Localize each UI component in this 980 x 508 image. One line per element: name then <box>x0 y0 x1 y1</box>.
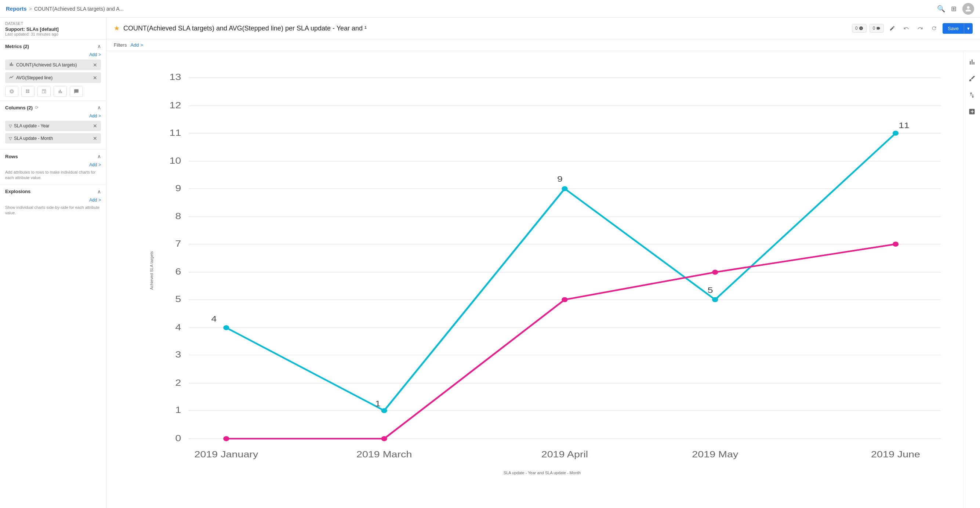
trend-icon <box>9 75 14 81</box>
breadcrumb-separator: > <box>29 6 32 12</box>
svg-point-41 <box>712 270 718 275</box>
columns-add-link[interactable]: Add > <box>5 113 101 119</box>
columns-toggle[interactable]: ∧ <box>97 105 101 110</box>
save-button[interactable]: Save <box>943 23 964 34</box>
save-group: Save ▾ <box>943 23 973 34</box>
metric-chip-avg[interactable]: AVG(Stepped line) ✕ <box>5 72 101 83</box>
svg-text:2019 June: 2019 June <box>871 449 920 459</box>
brush-icon[interactable] <box>968 75 975 84</box>
metrics-add-link[interactable]: Add > <box>5 52 101 57</box>
metrics-header: Metrics (2) ∧ <box>5 43 101 49</box>
explosions-toggle[interactable]: ∧ <box>97 189 101 194</box>
grid-icon[interactable]: ⊞ <box>951 5 956 13</box>
filter-icon-month: ▽ <box>9 136 12 141</box>
reports-link[interactable]: Reports <box>6 5 27 12</box>
rows-section: Rows ∧ Add > Add attributes to rows to m… <box>0 150 106 185</box>
breadcrumb: Reports > COUNT(Achieved SLA targets) an… <box>6 5 124 12</box>
table-icon-btn[interactable] <box>21 86 35 97</box>
refresh-icon-btn[interactable] <box>929 23 940 34</box>
column-year-remove[interactable]: ✕ <box>93 123 97 129</box>
svg-point-31 <box>712 297 718 303</box>
columns-section: Columns (2) ⟳ ∧ Add > ▽ SLA update - Yea… <box>0 101 106 150</box>
search-icon[interactable]: 🔍 <box>937 5 945 13</box>
chart-type-icon[interactable] <box>968 58 975 67</box>
metric-chip-count[interactable]: COUNT(Achieved SLA targets) ✕ <box>5 59 101 70</box>
svg-text:9: 9 <box>557 174 563 183</box>
svg-text:12: 12 <box>170 100 181 110</box>
rows-title: Rows <box>5 154 18 159</box>
column-chip-year[interactable]: ▽ SLA update - Year ✕ <box>5 121 101 131</box>
svg-text:1: 1 <box>375 399 380 408</box>
wave-icon-btn[interactable] <box>37 86 51 97</box>
columns-title: Columns (2) <box>5 105 33 110</box>
x-axis-label: SLA update - Year and SLA update - Month <box>504 471 581 475</box>
explosions-add-link[interactable]: Add > <box>5 197 101 202</box>
svg-point-29 <box>381 408 387 413</box>
metric-count-label: COUNT(Achieved SLA targets) <box>16 62 77 67</box>
svg-text:2019 May: 2019 May <box>692 449 738 459</box>
report-title: COUNT(Achieved SLA targets) and AVG(Step… <box>123 25 367 32</box>
column-month-remove[interactable]: ✕ <box>93 135 97 141</box>
svg-text:10: 10 <box>170 156 181 166</box>
dataset-section: Dataset Support: SLAs [default] Last upd… <box>0 18 106 40</box>
chat-icon-btn[interactable] <box>70 86 83 97</box>
count-badge-1[interactable]: 0 <box>852 24 867 33</box>
svg-text:5: 5 <box>175 294 181 304</box>
metric-chip-avg-label: AVG(Stepped line) <box>9 75 52 81</box>
calculator-icon[interactable] <box>968 108 975 117</box>
chart-container: Achieved SLA targets .grid-line { stroke… <box>129 58 956 482</box>
metrics-toggle[interactable]: ∧ <box>97 43 101 49</box>
rows-toggle[interactable]: ∧ <box>97 153 101 159</box>
column-month-label: ▽ SLA update - Month <box>9 136 53 141</box>
rows-add-link[interactable]: Add > <box>5 162 101 167</box>
top-nav-actions: 🔍 ⊞ <box>937 3 974 15</box>
filters-add-link[interactable]: Add > <box>130 42 143 48</box>
main-content: ★ COUNT(Achieved SLA targets) and AVG(St… <box>107 18 980 508</box>
columns-header: Columns (2) ⟳ ∧ <box>5 105 101 110</box>
metric-count-remove[interactable]: ✕ <box>93 62 97 68</box>
svg-text:6: 6 <box>175 267 181 277</box>
svg-text:2019 March: 2019 March <box>356 449 412 459</box>
main-layout: Dataset Support: SLAs [default] Last upd… <box>0 18 980 508</box>
explosions-section: Explosions ∧ Add > Show individual chart… <box>0 185 106 220</box>
svg-text:4: 4 <box>175 322 181 332</box>
svg-text:11: 11 <box>899 121 910 130</box>
chart-svg: .grid-line { stroke: #e8e8e8; stroke-wid… <box>129 58 956 482</box>
undo-icon-btn[interactable] <box>901 23 912 34</box>
svg-text:4: 4 <box>211 314 216 323</box>
filter-icon-year: ▽ <box>9 124 12 129</box>
dataset-updated: Last updated: 31 minutes ago <box>5 32 101 36</box>
metrics-title: Metrics (2) <box>5 44 29 49</box>
bar-icon-btn[interactable] <box>54 86 67 97</box>
save-dropdown-button[interactable]: ▾ <box>964 23 973 34</box>
dataset-name: Support: SLAs [default] <box>5 26 101 32</box>
count-badge-2[interactable]: 0 <box>870 24 884 33</box>
sort-icon[interactable] <box>968 91 975 100</box>
count-badge-2-value: 0 <box>873 26 875 31</box>
svg-text:2: 2 <box>175 378 181 388</box>
column-chip-month[interactable]: ▽ SLA update - Month ✕ <box>5 133 101 143</box>
breadcrumb-page-title: COUNT(Achieved SLA targets) and A... <box>34 6 124 12</box>
explosions-title: Explosions <box>5 189 30 194</box>
svg-point-42 <box>892 242 899 247</box>
bar-chart-icon <box>9 62 14 68</box>
svg-text:3: 3 <box>175 350 181 360</box>
svg-point-39 <box>381 436 387 441</box>
filters-label: Filters <box>114 42 127 48</box>
edit-icon-btn[interactable] <box>887 23 898 34</box>
user-avatar[interactable] <box>963 3 974 15</box>
metrics-section: Metrics (2) ∧ Add > COUNT(Achieved SLA t… <box>0 40 106 101</box>
columns-info-icon[interactable]: ⟳ <box>35 105 38 110</box>
column-month-text: SLA update - Month <box>14 136 53 141</box>
chart-main: Achieved SLA targets .grid-line { stroke… <box>107 51 963 508</box>
metric-avg-remove[interactable]: ✕ <box>93 75 97 81</box>
y-axis-label: Achieved SLA targets <box>150 251 154 290</box>
metric-icon-row <box>5 86 101 97</box>
svg-point-30 <box>562 186 568 191</box>
star-icon[interactable]: ★ <box>114 24 120 32</box>
sidebar: Dataset Support: SLAs [default] Last upd… <box>0 18 107 508</box>
svg-text:1: 1 <box>175 405 181 415</box>
redo-icon-btn[interactable] <box>915 23 926 34</box>
count-badge-1-value: 0 <box>855 26 858 31</box>
droplet-icon-btn[interactable] <box>5 86 18 97</box>
